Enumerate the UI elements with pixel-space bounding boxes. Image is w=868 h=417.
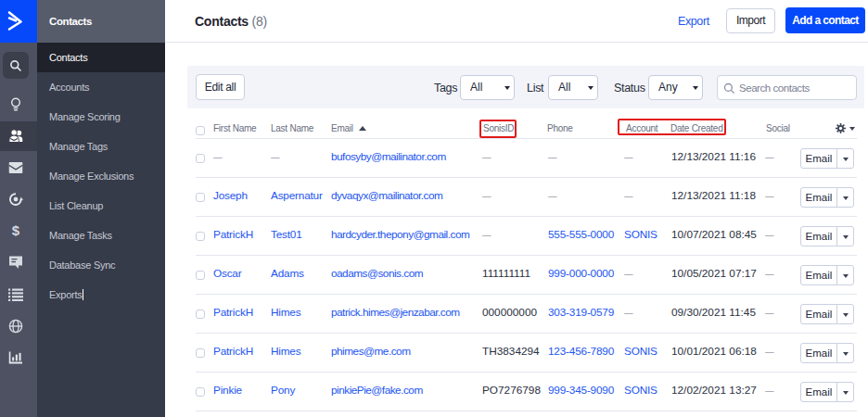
svg-text:$: $: [12, 223, 20, 239]
